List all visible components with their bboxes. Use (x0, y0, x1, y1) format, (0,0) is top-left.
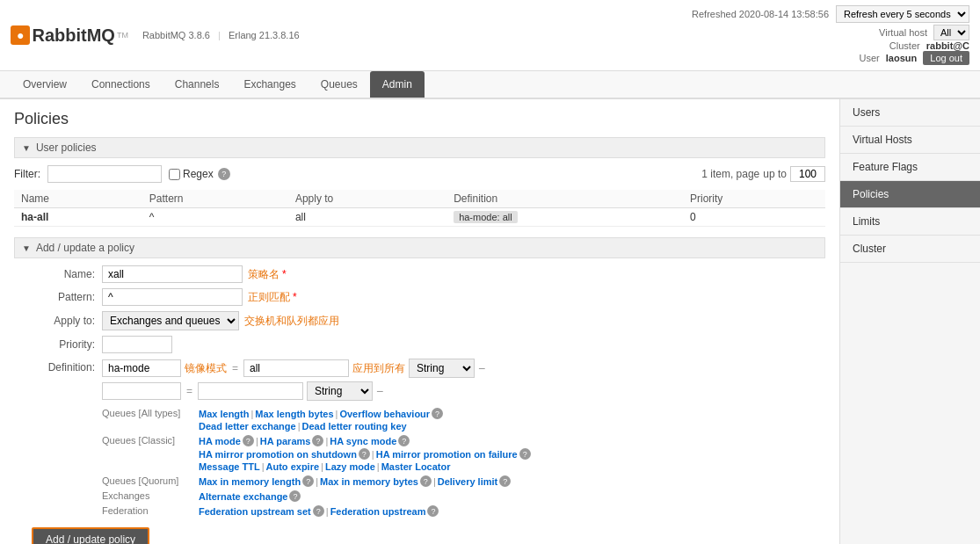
def-row-2: = String Number Boolean List − (102, 381, 485, 401)
remove-def-btn[interactable]: − (478, 361, 485, 375)
classic-links: HA mode ? | HA params ? | HA sync mode ?… (199, 435, 531, 472)
link-federation-upstream-set[interactable]: Federation upstream set (199, 506, 311, 517)
def-eq-2: = (186, 385, 192, 397)
exchanges-label: Exchanges (102, 490, 199, 502)
cluster-row: Cluster rabbit@C (692, 40, 969, 51)
all-types-links: Max length | Max length bytes | Overflow… (199, 408, 443, 432)
cell-name: ha-all (14, 208, 142, 227)
regex-checkbox[interactable] (169, 169, 180, 180)
definition-row: Definition: 镜像模式 = 应用到所有 String Number B… (32, 359, 825, 401)
sidebar-item-policies[interactable]: Policies (840, 181, 980, 208)
definition-fields: 镜像模式 = 应用到所有 String Number Boolean List … (102, 359, 485, 401)
name-label: Name: (32, 268, 102, 280)
link-master-locator[interactable]: Master Locator (381, 461, 451, 472)
submit-row: Add / update policy (32, 527, 825, 544)
filter-input[interactable] (47, 165, 162, 183)
ha-mode-help[interactable]: ? (243, 435, 254, 446)
alt-exchange-help[interactable]: ? (289, 490, 301, 502)
link-max-in-memory-length[interactable]: Max in memory length (199, 476, 301, 487)
nav-item-queues[interactable]: Queues (309, 71, 370, 98)
sidebar-item-feature-flags[interactable]: Feature Flags (840, 154, 980, 181)
link-ha-mirror-failure[interactable]: HA mirror promotion on failure (376, 449, 518, 460)
link-alternate-exchange[interactable]: Alternate exchange (199, 491, 287, 502)
max-mem-length-help[interactable]: ? (302, 475, 314, 487)
apply-to-row: Apply to: Exchanges and queues Exchanges… (32, 311, 825, 330)
add-policy-section: ▼ Add / update a policy Name: 策略名 * Patt… (14, 237, 825, 544)
pagination-input[interactable] (790, 166, 825, 182)
sidebar-item-users[interactable]: Users (840, 99, 980, 127)
max-mem-bytes-help[interactable]: ? (420, 475, 432, 487)
add-policy-button[interactable]: Add / update policy (32, 527, 149, 544)
sidebar-item-virtual-hosts[interactable]: Virtual Hosts (840, 127, 980, 154)
nav-item-exchanges[interactable]: Exchanges (231, 71, 308, 98)
link-max-in-memory-bytes[interactable]: Max in memory bytes (320, 476, 418, 487)
link-auto-expire[interactable]: Auto expire (266, 461, 320, 472)
nav-item-admin[interactable]: Admin (370, 71, 425, 98)
def-type-select[interactable]: String Number Boolean List (409, 359, 475, 378)
pattern-label: Pattern: (32, 291, 102, 303)
refreshed-text: Refreshed 2020-08-14 13:58:56 (692, 9, 829, 19)
collapse-arrow: ▼ (22, 143, 31, 153)
virtual-host-row: Virtual host All (692, 25, 969, 40)
content: Policies ▼ User policies Filter: Regex ?… (0, 99, 839, 544)
link-overflow[interactable]: Overflow behaviour (339, 409, 430, 419)
pattern-input[interactable] (102, 288, 243, 306)
link-message-ttl[interactable]: Message TTL (199, 461, 260, 472)
apply-to-select[interactable]: Exchanges and queues Exchanges Queues (102, 311, 239, 330)
user-policies-header[interactable]: ▼ User policies (14, 137, 825, 158)
def-val-input[interactable] (243, 359, 349, 377)
link-ha-params[interactable]: HA params (260, 436, 311, 446)
name-input[interactable] (102, 265, 243, 283)
classic-row2: HA mirror promotion on shutdown ? | HA m… (199, 448, 531, 460)
all-types-row1: Max length | Max length bytes | Overflow… (199, 408, 443, 419)
link-dead-letter-routing[interactable]: Dead letter routing key (302, 421, 407, 432)
all-types-label: Queues [All types] (102, 408, 199, 432)
def-key-input-2[interactable] (102, 382, 181, 400)
link-max-length-bytes[interactable]: Max length bytes (255, 409, 333, 419)
refresh-select[interactable]: Refresh every 5 seconds (836, 5, 969, 23)
link-ha-mode[interactable]: HA mode (199, 436, 241, 446)
cluster-value: rabbit@C (926, 40, 969, 51)
cell-definition: ha-mode: all (446, 208, 683, 227)
add-policy-header[interactable]: ▼ Add / update a policy (14, 237, 825, 258)
def-key-input[interactable] (102, 359, 181, 377)
regex-help[interactable]: ? (218, 168, 230, 180)
link-delivery-limit[interactable]: Delivery limit (438, 476, 497, 487)
logout-button[interactable]: Log out (923, 51, 969, 65)
fed-upstream-help[interactable]: ? (427, 505, 439, 517)
def-val-input-2[interactable] (198, 382, 303, 400)
ha-params-help[interactable]: ? (312, 435, 323, 446)
ha-shutdown-help[interactable]: ? (359, 448, 370, 460)
user-policies-label: User policies (36, 141, 97, 154)
header-right: Refreshed 2020-08-14 13:58:56 Refresh ev… (692, 5, 969, 65)
remove-def-btn-2[interactable]: − (376, 384, 383, 398)
link-federation-upstream[interactable]: Federation upstream (330, 506, 426, 517)
link-max-length[interactable]: Max length (199, 409, 249, 419)
fed-upstream-set-help[interactable]: ? (313, 505, 324, 517)
sidebar-item-limits[interactable]: Limits (840, 208, 980, 236)
header: ● RabbitMQ TM RabbitMQ 3.8.6 | Erlang 21… (0, 0, 980, 71)
user-value: laosun (886, 53, 917, 63)
link-lazy-mode[interactable]: Lazy mode (325, 461, 375, 472)
policy-form: Name: 策略名 * Pattern: 正则匹配 * Apply to: (14, 265, 825, 544)
sidebar-item-cluster[interactable]: Cluster (840, 236, 980, 263)
nav-item-channels[interactable]: Channels (163, 71, 232, 98)
link-dead-letter-exchange[interactable]: Dead letter exchange (199, 421, 296, 432)
ha-failure-help[interactable]: ? (519, 448, 531, 460)
link-ha-sync-mode[interactable]: HA sync mode (330, 436, 396, 446)
col-pattern: Pattern (142, 190, 288, 208)
def-type-select-2[interactable]: String Number Boolean List (307, 381, 373, 401)
exchanges-links: Alternate exchange ? (199, 490, 301, 502)
federation-section: Federation Federation upstream set ? | F… (102, 505, 825, 517)
add-collapse-arrow: ▼ (22, 243, 31, 253)
cell-apply-to: all (288, 208, 446, 227)
virtual-host-select[interactable]: All (933, 25, 969, 40)
ha-sync-help[interactable]: ? (398, 435, 410, 446)
priority-input[interactable] (102, 336, 172, 353)
nav-item-overview[interactable]: Overview (11, 71, 79, 98)
link-ha-mirror-shutdown[interactable]: HA mirror promotion on shutdown (199, 449, 357, 460)
nav-item-connections[interactable]: Connections (79, 71, 163, 98)
overflow-help[interactable]: ? (432, 408, 443, 419)
delivery-limit-help[interactable]: ? (499, 475, 511, 487)
def-hint-key: 镜像模式 (185, 361, 227, 376)
